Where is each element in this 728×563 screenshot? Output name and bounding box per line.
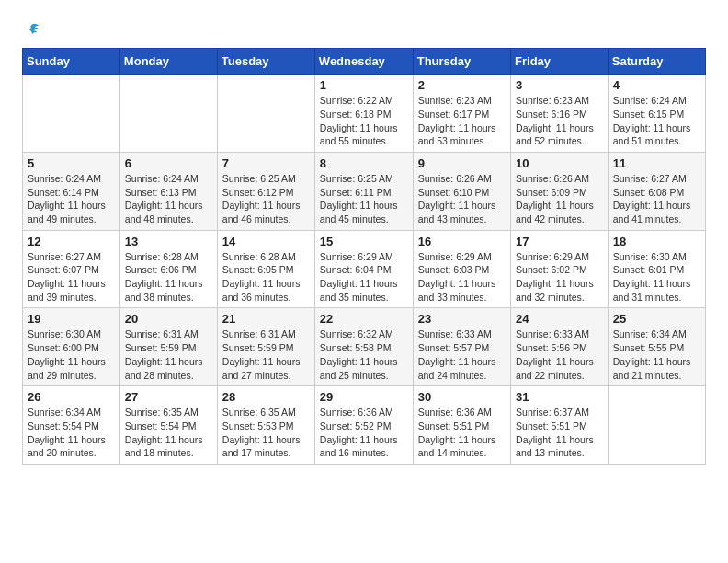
- empty-cell: [23, 75, 120, 153]
- day-info: Sunrise: 6:33 AM Sunset: 5:57 PM Dayligh…: [418, 327, 506, 382]
- header-day-saturday: Saturday: [608, 49, 705, 75]
- day-info: Sunrise: 6:24 AM Sunset: 6:15 PM Dayligh…: [613, 94, 700, 148]
- day-cell-10: 10Sunrise: 6:26 AM Sunset: 6:09 PM Dayli…: [511, 152, 609, 230]
- day-number: 10: [516, 156, 603, 170]
- week-row-3: 19Sunrise: 6:30 AM Sunset: 6:00 PM Dayli…: [23, 308, 706, 386]
- header-day-sunday: Sunday: [23, 49, 120, 75]
- day-cell-14: 14Sunrise: 6:28 AM Sunset: 6:05 PM Dayli…: [217, 230, 314, 308]
- day-number: 18: [613, 235, 700, 248]
- day-cell-11: 11Sunrise: 6:27 AM Sunset: 6:08 PM Dayli…: [608, 152, 705, 230]
- day-info: Sunrise: 6:31 AM Sunset: 5:59 PM Dayligh…: [125, 327, 212, 382]
- day-number: 12: [28, 235, 115, 248]
- day-number: 29: [320, 390, 408, 404]
- day-info: Sunrise: 6:29 AM Sunset: 6:03 PM Dayligh…: [418, 250, 506, 304]
- day-number: 30: [418, 390, 506, 404]
- day-number: 14: [222, 235, 310, 248]
- day-info: Sunrise: 6:24 AM Sunset: 6:14 PM Dayligh…: [28, 172, 115, 226]
- empty-cell: [608, 386, 705, 465]
- day-number: 3: [516, 78, 603, 92]
- day-info: Sunrise: 6:37 AM Sunset: 5:51 PM Dayligh…: [516, 406, 603, 460]
- day-number: 9: [418, 156, 506, 170]
- page: SundayMondayTuesdayWednesdayThursdayFrid…: [0, 0, 728, 483]
- day-number: 1: [320, 78, 408, 92]
- day-cell-18: 18Sunrise: 6:30 AM Sunset: 6:01 PM Dayli…: [608, 230, 705, 308]
- day-number: 6: [125, 156, 212, 170]
- day-number: 26: [28, 390, 115, 404]
- day-cell-13: 13Sunrise: 6:28 AM Sunset: 6:06 PM Dayli…: [119, 230, 217, 308]
- day-number: 19: [28, 312, 115, 326]
- day-cell-29: 29Sunrise: 6:36 AM Sunset: 5:52 PM Dayli…: [314, 386, 413, 465]
- day-info: Sunrise: 6:28 AM Sunset: 6:06 PM Dayligh…: [125, 250, 212, 304]
- day-number: 27: [125, 390, 212, 404]
- day-cell-2: 2Sunrise: 6:23 AM Sunset: 6:17 PM Daylig…: [413, 75, 510, 153]
- day-number: 5: [28, 156, 115, 170]
- day-cell-9: 9Sunrise: 6:26 AM Sunset: 6:10 PM Daylig…: [413, 152, 510, 230]
- day-number: 4: [613, 78, 700, 92]
- week-row-1: 5Sunrise: 6:24 AM Sunset: 6:14 PM Daylig…: [23, 152, 706, 230]
- day-info: Sunrise: 6:23 AM Sunset: 6:16 PM Dayligh…: [516, 94, 603, 148]
- day-cell-7: 7Sunrise: 6:25 AM Sunset: 6:12 PM Daylig…: [217, 152, 314, 230]
- day-number: 2: [418, 78, 506, 92]
- day-number: 21: [222, 312, 310, 326]
- day-cell-21: 21Sunrise: 6:31 AM Sunset: 5:59 PM Dayli…: [217, 308, 314, 386]
- day-cell-20: 20Sunrise: 6:31 AM Sunset: 5:59 PM Dayli…: [119, 308, 217, 386]
- day-cell-22: 22Sunrise: 6:32 AM Sunset: 5:58 PM Dayli…: [314, 308, 413, 386]
- week-row-4: 26Sunrise: 6:34 AM Sunset: 5:54 PM Dayli…: [23, 386, 706, 465]
- day-cell-26: 26Sunrise: 6:34 AM Sunset: 5:54 PM Dayli…: [23, 386, 120, 465]
- day-number: 11: [613, 156, 700, 170]
- day-info: Sunrise: 6:34 AM Sunset: 5:54 PM Dayligh…: [28, 406, 115, 460]
- day-info: Sunrise: 6:26 AM Sunset: 6:10 PM Dayligh…: [418, 172, 506, 226]
- day-number: 22: [320, 312, 408, 326]
- day-info: Sunrise: 6:34 AM Sunset: 5:55 PM Dayligh…: [613, 327, 700, 382]
- day-info: Sunrise: 6:31 AM Sunset: 5:59 PM Dayligh…: [222, 327, 310, 382]
- header-day-monday: Monday: [119, 49, 217, 75]
- empty-cell: [217, 75, 314, 153]
- day-cell-31: 31Sunrise: 6:37 AM Sunset: 5:51 PM Dayli…: [511, 386, 609, 465]
- day-number: 28: [222, 390, 310, 404]
- calendar: SundayMondayTuesdayWednesdayThursdayFrid…: [22, 48, 706, 465]
- day-number: 17: [516, 235, 603, 248]
- day-cell-28: 28Sunrise: 6:35 AM Sunset: 5:53 PM Dayli…: [217, 386, 314, 465]
- day-cell-6: 6Sunrise: 6:24 AM Sunset: 6:13 PM Daylig…: [119, 152, 217, 230]
- day-info: Sunrise: 6:29 AM Sunset: 6:04 PM Dayligh…: [320, 250, 408, 304]
- day-info: Sunrise: 6:30 AM Sunset: 6:00 PM Dayligh…: [28, 327, 115, 382]
- day-number: 13: [125, 235, 212, 248]
- day-cell-5: 5Sunrise: 6:24 AM Sunset: 6:14 PM Daylig…: [23, 152, 120, 230]
- day-info: Sunrise: 6:22 AM Sunset: 6:18 PM Dayligh…: [320, 94, 408, 148]
- day-cell-23: 23Sunrise: 6:33 AM Sunset: 5:57 PM Dayli…: [413, 308, 510, 386]
- logo-bird-icon: [24, 21, 40, 38]
- day-info: Sunrise: 6:36 AM Sunset: 5:51 PM Dayligh…: [418, 406, 506, 460]
- day-number: 23: [418, 312, 506, 326]
- day-info: Sunrise: 6:24 AM Sunset: 6:13 PM Dayligh…: [125, 172, 212, 226]
- logo-text: [22, 18, 40, 40]
- day-cell-15: 15Sunrise: 6:29 AM Sunset: 6:04 PM Dayli…: [314, 230, 413, 308]
- day-cell-12: 12Sunrise: 6:27 AM Sunset: 6:07 PM Dayli…: [23, 230, 120, 308]
- day-info: Sunrise: 6:35 AM Sunset: 5:54 PM Dayligh…: [125, 406, 212, 460]
- day-info: Sunrise: 6:27 AM Sunset: 6:08 PM Dayligh…: [613, 172, 700, 226]
- day-info: Sunrise: 6:35 AM Sunset: 5:53 PM Dayligh…: [222, 406, 310, 460]
- day-info: Sunrise: 6:25 AM Sunset: 6:12 PM Dayligh…: [222, 172, 310, 226]
- day-cell-30: 30Sunrise: 6:36 AM Sunset: 5:51 PM Dayli…: [413, 386, 510, 465]
- day-number: 20: [125, 312, 212, 326]
- day-info: Sunrise: 6:26 AM Sunset: 6:09 PM Dayligh…: [516, 172, 603, 226]
- header-day-friday: Friday: [511, 49, 609, 75]
- day-cell-19: 19Sunrise: 6:30 AM Sunset: 6:00 PM Dayli…: [23, 308, 120, 386]
- calendar-header: SundayMondayTuesdayWednesdayThursdayFrid…: [23, 49, 706, 75]
- day-cell-8: 8Sunrise: 6:25 AM Sunset: 6:11 PM Daylig…: [314, 152, 413, 230]
- week-row-2: 12Sunrise: 6:27 AM Sunset: 6:07 PM Dayli…: [23, 230, 706, 308]
- day-number: 7: [222, 156, 310, 170]
- logo: [22, 18, 40, 40]
- day-cell-3: 3Sunrise: 6:23 AM Sunset: 6:16 PM Daylig…: [511, 75, 609, 153]
- day-info: Sunrise: 6:23 AM Sunset: 6:17 PM Dayligh…: [418, 94, 506, 148]
- day-info: Sunrise: 6:27 AM Sunset: 6:07 PM Dayligh…: [28, 250, 115, 304]
- header-day-tuesday: Tuesday: [217, 49, 314, 75]
- day-info: Sunrise: 6:29 AM Sunset: 6:02 PM Dayligh…: [516, 250, 603, 304]
- calendar-body: 1Sunrise: 6:22 AM Sunset: 6:18 PM Daylig…: [23, 75, 706, 465]
- header-day-thursday: Thursday: [413, 49, 510, 75]
- day-info: Sunrise: 6:28 AM Sunset: 6:05 PM Dayligh…: [222, 250, 310, 304]
- day-cell-27: 27Sunrise: 6:35 AM Sunset: 5:54 PM Dayli…: [119, 386, 217, 465]
- day-cell-24: 24Sunrise: 6:33 AM Sunset: 5:56 PM Dayli…: [511, 308, 609, 386]
- day-number: 8: [320, 156, 408, 170]
- day-number: 25: [613, 312, 700, 326]
- day-cell-4: 4Sunrise: 6:24 AM Sunset: 6:15 PM Daylig…: [608, 75, 705, 153]
